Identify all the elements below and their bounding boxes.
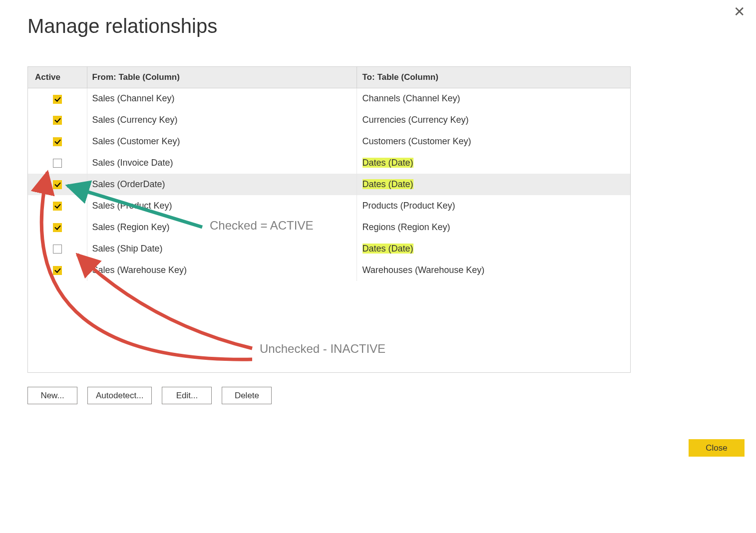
column-header-from[interactable]: From: Table (Column) (87, 67, 357, 88)
to-cell: Customers (Customer Key) (357, 131, 630, 152)
active-cell (28, 88, 87, 109)
to-cell: Regions (Region Key) (357, 217, 630, 238)
to-cell: Warehouses (Warehouse Key) (357, 260, 630, 281)
to-cell: Dates (Date) (357, 238, 630, 260)
active-cell (28, 131, 87, 152)
to-cell: Products (Product Key) (357, 195, 630, 217)
table-row[interactable]: Sales (Currency Key)Currencies (Currency… (28, 109, 630, 131)
from-cell: Sales (Warehouse Key) (87, 260, 357, 281)
active-checkbox[interactable] (53, 180, 62, 189)
from-cell: Sales (Currency Key) (87, 109, 357, 131)
table-row[interactable]: Sales (Warehouse Key)Warehouses (Warehou… (28, 260, 630, 281)
from-cell: Sales (Customer Key) (87, 131, 357, 152)
active-cell (28, 195, 87, 217)
table-row[interactable]: Sales (Channel Key)Channels (Channel Key… (28, 88, 630, 109)
from-cell: Sales (Product Key) (87, 195, 357, 217)
active-cell (28, 238, 87, 260)
active-cell (28, 174, 87, 195)
edit-button[interactable]: Edit... (162, 387, 212, 404)
active-checkbox[interactable] (53, 202, 62, 211)
table-header-row: Active From: Table (Column) To: Table (C… (28, 67, 630, 88)
table-row[interactable]: Sales (Ship Date)Dates (Date) (28, 238, 630, 260)
table-row[interactable]: Sales (Customer Key)Customers (Customer … (28, 131, 630, 152)
active-checkbox[interactable] (53, 95, 62, 104)
active-checkbox[interactable] (53, 245, 62, 254)
from-cell: Sales (Invoice Date) (87, 152, 357, 174)
from-cell: Sales (OrderDate) (87, 174, 357, 195)
from-cell: Sales (Channel Key) (87, 88, 357, 109)
to-cell: Currencies (Currency Key) (357, 109, 630, 131)
dialog-action-bar: New... Autodetect... Edit... Delete (27, 387, 272, 404)
to-cell: Channels (Channel Key) (357, 88, 630, 109)
manage-relationships-dialog: ✕ Manage relationships Active From: Tabl… (0, 0, 756, 533)
active-checkbox[interactable] (53, 223, 62, 232)
new-button[interactable]: New... (27, 387, 77, 404)
to-cell: Dates (Date) (357, 174, 630, 195)
table-row[interactable]: Sales (OrderDate)Dates (Date) (28, 174, 630, 195)
annotation-checked-label: Checked = ACTIVE (210, 219, 313, 233)
delete-button[interactable]: Delete (222, 387, 272, 404)
close-icon[interactable]: ✕ (734, 5, 745, 19)
to-text: Dates (Date) (363, 158, 413, 168)
active-checkbox[interactable] (53, 137, 62, 146)
active-cell (28, 109, 87, 131)
table-row[interactable]: Sales (Region Key)Regions (Region Key) (28, 217, 630, 238)
annotation-unchecked-label: Unchecked - INACTIVE (260, 342, 385, 356)
active-checkbox[interactable] (53, 159, 62, 168)
from-cell: Sales (Ship Date) (87, 238, 357, 260)
active-cell (28, 217, 87, 238)
to-text: Dates (Date) (363, 179, 413, 189)
table-row[interactable]: Sales (Product Key)Products (Product Key… (28, 195, 630, 217)
to-text: Dates (Date) (363, 244, 413, 254)
dialog-title: Manage relationships (27, 15, 217, 37)
active-checkbox[interactable] (53, 116, 62, 125)
to-cell: Dates (Date) (357, 152, 630, 174)
autodetect-button[interactable]: Autodetect... (87, 387, 152, 404)
column-header-to[interactable]: To: Table (Column) (357, 67, 630, 88)
active-cell (28, 260, 87, 281)
table-row[interactable]: Sales (Invoice Date)Dates (Date) (28, 152, 630, 174)
active-cell (28, 152, 87, 174)
column-header-active[interactable]: Active (28, 67, 87, 88)
relationships-table: Active From: Table (Column) To: Table (C… (27, 66, 631, 373)
active-checkbox[interactable] (53, 266, 62, 275)
close-button[interactable]: Close (689, 439, 745, 457)
